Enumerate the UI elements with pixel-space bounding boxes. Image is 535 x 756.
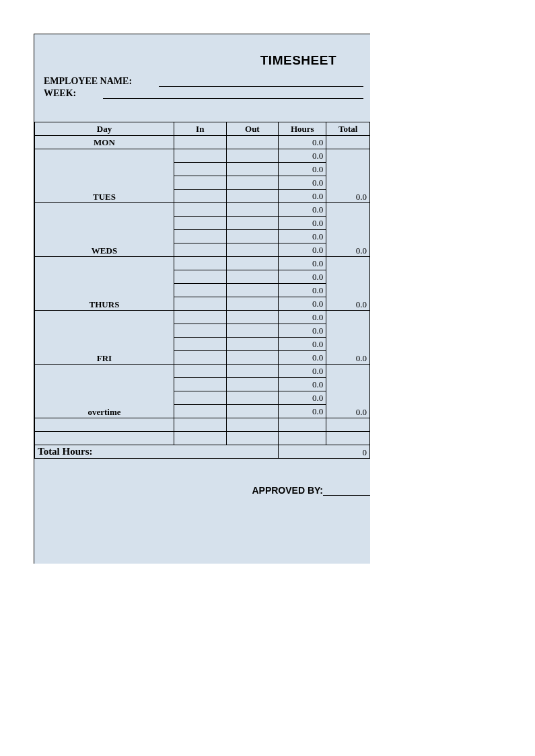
hours-cell: 0.0 (279, 243, 326, 257)
blank-cell (279, 432, 326, 445)
employee-name-row: EMPLOYEE NAME: (44, 76, 363, 87)
in-cell (174, 311, 226, 324)
in-cell (174, 270, 226, 284)
blank-cell (35, 432, 174, 445)
total-hours-value: 0 (279, 445, 370, 459)
out-cell (226, 405, 279, 418)
total-cell: 0.0 (326, 149, 370, 203)
in-cell (174, 163, 226, 176)
table-row: MON0.0 (35, 136, 370, 149)
blank-cell (35, 418, 174, 432)
day-cell: MON (35, 136, 174, 149)
in-cell (174, 176, 226, 190)
day-cell: THURS (35, 257, 174, 311)
hours-cell: 0.0 (279, 284, 326, 297)
week-line (103, 88, 363, 99)
total-hours-label: Total Hours: (35, 445, 279, 459)
hours-cell: 0.0 (279, 176, 326, 190)
out-cell (226, 257, 279, 270)
out-cell (226, 230, 279, 243)
table-row: THURS0.00.0 (35, 257, 370, 270)
day-cell: WEDS (35, 203, 174, 257)
hours-cell: 0.0 (279, 311, 326, 324)
out-cell (226, 203, 279, 217)
out-cell (226, 243, 279, 257)
approved-by-label: APPROVED BY: (252, 485, 323, 496)
hours-cell: 0.0 (279, 378, 326, 391)
hours-cell: 0.0 (279, 163, 326, 176)
col-hours: Hours (279, 122, 326, 136)
hours-cell: 0.0 (279, 149, 326, 163)
out-cell (226, 163, 279, 176)
blank-row (35, 418, 370, 432)
hours-cell: 0.0 (279, 405, 326, 418)
document-title: TIMESHEET (44, 53, 363, 68)
blank-cell (226, 432, 279, 445)
out-cell (226, 351, 279, 365)
day-cell: overtime (35, 365, 174, 418)
out-cell (226, 270, 279, 284)
col-day: Day (35, 122, 174, 136)
in-cell (174, 149, 226, 163)
in-cell (174, 230, 226, 243)
day-cell: FRI (35, 311, 174, 365)
hours-cell: 0.0 (279, 190, 326, 203)
timesheet-document: TIMESHEET EMPLOYEE NAME: WEEK: Day In Ou… (34, 34, 370, 564)
out-cell (226, 338, 279, 351)
blank-cell (226, 418, 279, 432)
col-total: Total (326, 122, 370, 136)
total-cell: 0.0 (326, 257, 370, 311)
in-cell (174, 217, 226, 230)
out-cell (226, 365, 279, 378)
hours-cell: 0.0 (279, 136, 326, 149)
approved-by-line (323, 486, 370, 496)
out-cell (226, 311, 279, 324)
in-cell (174, 190, 226, 203)
totals-row: Total Hours:0 (35, 445, 370, 459)
table-row: overtime0.00.0 (35, 365, 370, 378)
in-cell (174, 351, 226, 365)
hours-cell: 0.0 (279, 217, 326, 230)
out-cell (226, 391, 279, 405)
out-cell (226, 149, 279, 163)
in-cell (174, 297, 226, 311)
hours-cell: 0.0 (279, 257, 326, 270)
out-cell (226, 284, 279, 297)
header-block: TIMESHEET EMPLOYEE NAME: WEEK: (34, 34, 370, 106)
out-cell (226, 378, 279, 391)
out-cell (226, 324, 279, 338)
in-cell (174, 391, 226, 405)
footer-block: APPROVED BY: (34, 459, 370, 564)
table-row: FRI0.00.0 (35, 311, 370, 324)
in-cell (174, 405, 226, 418)
hours-cell: 0.0 (279, 203, 326, 217)
in-cell (174, 365, 226, 378)
blank-cell (174, 432, 226, 445)
hours-cell: 0.0 (279, 297, 326, 311)
employee-name-label: EMPLOYEE NAME: (44, 76, 132, 87)
timesheet-table: Day In Out Hours Total MON0.0TUES0.00.00… (34, 122, 370, 459)
out-cell (226, 217, 279, 230)
in-cell (174, 338, 226, 351)
blank-cell (174, 418, 226, 432)
blank-row (35, 432, 370, 445)
hours-cell: 0.0 (279, 351, 326, 365)
table-row: TUES0.00.0 (35, 149, 370, 163)
out-cell (226, 136, 279, 149)
employee-name-line (159, 76, 363, 87)
total-cell: 0.0 (326, 365, 370, 418)
col-out: Out (226, 122, 279, 136)
total-cell: 0.0 (326, 203, 370, 257)
blank-cell (279, 418, 326, 432)
total-cell: 0.0 (326, 311, 370, 365)
approved-by: APPROVED BY: (252, 485, 370, 496)
table-row: WEDS0.00.0 (35, 203, 370, 217)
hours-cell: 0.0 (279, 338, 326, 351)
day-cell: TUES (35, 149, 174, 203)
out-cell (226, 176, 279, 190)
in-cell (174, 203, 226, 217)
out-cell (226, 297, 279, 311)
hours-cell: 0.0 (279, 365, 326, 378)
hours-cell: 0.0 (279, 391, 326, 405)
week-row: WEEK: (44, 88, 363, 99)
